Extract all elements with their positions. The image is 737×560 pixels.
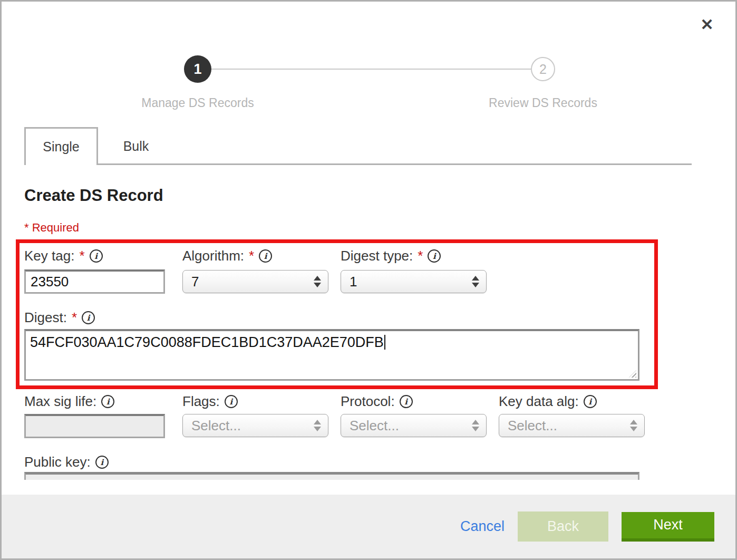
public-key-textarea[interactable] [24,472,639,480]
key-tag-input[interactable] [24,269,165,294]
arrow-up-icon [472,276,479,281]
info-icon[interactable]: i [90,249,103,263]
dropdown-arrows-icon [472,420,479,431]
next-button[interactable]: Next [622,512,714,542]
stepper-connector-line [211,69,531,70]
arrow-down-icon [472,427,479,431]
resize-handle-icon[interactable] [629,370,636,378]
protocol-select[interactable]: Select... [341,414,487,437]
arrow-up-icon [472,420,479,424]
protocol-label-text: Protocol: [341,393,395,410]
dialog-footer: Cancel Back Next [2,495,735,558]
algorithm-select[interactable]: 7 [182,270,328,293]
digest-label-text: Digest: [24,310,67,326]
key-data-alg-label-text: Key data alg: [499,393,579,410]
public-key-label-text: Public key: [24,454,91,470]
digest-label: Digest: * i [24,310,95,326]
cancel-button[interactable]: Cancel [460,518,505,535]
page-title: Create DS Record [24,186,163,205]
required-asterisk: * [418,248,423,264]
protocol-label: Protocol: i [341,393,413,410]
arrow-down-icon [472,283,479,287]
digest-type-label: Digest type: * i [341,248,441,264]
digest-type-label-text: Digest type: [341,248,413,264]
dropdown-arrows-icon [314,276,321,287]
algorithm-select-value: 7 [191,274,199,290]
dropdown-arrows-icon [630,420,637,431]
info-icon[interactable]: i [95,456,109,469]
step-2-circle: 2 [531,57,555,81]
tab-bar: Single Bulk [24,127,692,165]
info-icon[interactable]: i [259,249,272,263]
required-note: * Required [24,221,79,235]
digest-type-select[interactable]: 1 [341,270,487,293]
step-1-circle: 1 [184,55,211,83]
public-key-label: Public key: i [24,454,109,470]
key-data-alg-label: Key data alg: i [499,393,597,410]
dropdown-arrows-icon [472,276,479,287]
max-sig-life-label-text: Max sig life: [24,393,96,410]
create-ds-record-dialog: ✕ 1 2 Manage DS Records Review DS Record… [0,0,737,560]
dropdown-arrows-icon [314,420,321,431]
required-asterisk: * [249,248,254,264]
digest-textarea[interactable]: 54FCF030AA1C79C0088FDEC1BD1C37DAA2E70DFB [24,329,639,381]
required-asterisk: * [72,310,77,326]
step-2-label: Review DS Records [489,96,597,110]
arrow-up-icon [630,420,637,424]
info-icon[interactable]: i [584,395,597,408]
key-data-alg-select-value: Select... [508,418,557,434]
info-icon[interactable]: i [101,395,114,408]
back-button[interactable]: Back [518,511,608,542]
info-icon[interactable]: i [428,249,441,263]
max-sig-life-label: Max sig life: i [24,393,114,410]
arrow-up-icon [314,420,321,424]
arrow-up-icon [314,276,321,281]
close-icon[interactable]: ✕ [697,15,716,34]
flags-label-text: Flags: [182,393,220,410]
info-icon[interactable]: i [82,311,95,324]
info-icon[interactable]: i [225,395,238,408]
digest-textarea-value: 54FCF030AA1C79C0088FDEC1BD1C37DAA2E70DFB [30,334,384,350]
flags-select-value: Select... [191,418,241,434]
text-caret [384,335,385,350]
arrow-down-icon [314,283,321,287]
step-1-label: Manage DS Records [141,96,254,110]
info-icon[interactable]: i [400,395,413,408]
tab-single[interactable]: Single [24,127,98,165]
algorithm-label-text: Algorithm: [182,248,244,264]
digest-type-select-value: 1 [350,274,357,290]
tab-bulk[interactable]: Bulk [98,127,174,165]
flags-select[interactable]: Select... [182,414,328,437]
arrow-down-icon [314,427,321,431]
flags-label: Flags: i [182,393,238,410]
protocol-select-value: Select... [350,418,399,434]
max-sig-life-input [24,414,165,438]
key-tag-label-text: Key tag: [24,248,74,264]
algorithm-label: Algorithm: * i [182,248,272,264]
key-tag-label: Key tag: * i [24,248,103,264]
key-data-alg-select[interactable]: Select... [499,414,645,437]
arrow-down-icon [630,427,637,431]
required-asterisk: * [79,248,84,264]
